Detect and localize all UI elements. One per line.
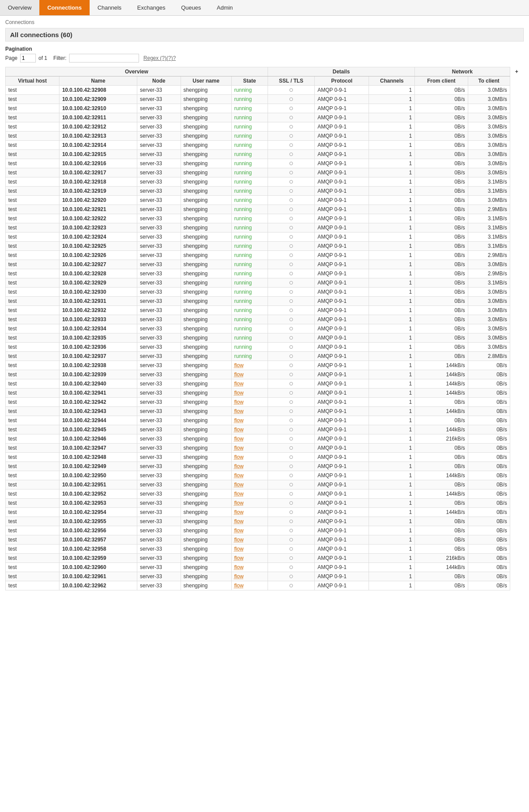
cell-name[interactable]: 10.0.100.42:32940 [59,379,137,389]
cell-name[interactable]: 10.0.100.42:32932 [59,306,137,315]
table-row[interactable]: test 10.0.100.42:32926 server-33 shengpi… [6,251,524,260]
table-row[interactable]: test 10.0.100.42:32925 server-33 shengpi… [6,242,524,251]
table-row[interactable]: test 10.0.100.42:32948 server-33 shengpi… [6,453,524,462]
cell-name[interactable]: 10.0.100.42:32923 [59,223,137,232]
cell-name[interactable]: 10.0.100.42:32943 [59,407,137,416]
table-row[interactable]: test 10.0.100.42:32914 server-33 shengpi… [6,141,524,150]
cell-name[interactable]: 10.0.100.42:32954 [59,508,137,517]
cell-name[interactable]: 10.0.100.42:32944 [59,416,137,425]
table-row[interactable]: test 10.0.100.42:32942 server-33 shengpi… [6,398,524,407]
table-row[interactable]: test 10.0.100.42:32959 server-33 shengpi… [6,554,524,563]
cell-name[interactable]: 10.0.100.42:32909 [59,95,137,104]
cell-name[interactable]: 10.0.100.42:32928 [59,269,137,278]
table-row[interactable]: test 10.0.100.42:32946 server-33 shengpi… [6,434,524,444]
cell-name[interactable]: 10.0.100.42:32961 [59,572,137,581]
table-row[interactable]: test 10.0.100.42:32918 server-33 shengpi… [6,177,524,187]
regex-toggle[interactable]: Regex (?)(?)? [143,55,176,61]
table-row[interactable]: test 10.0.100.42:32922 server-33 shengpi… [6,214,524,223]
table-row[interactable]: test 10.0.100.42:32931 server-33 shengpi… [6,297,524,306]
table-row[interactable]: test 10.0.100.42:32933 server-33 shengpi… [6,315,524,324]
cell-name[interactable]: 10.0.100.42:32955 [59,517,137,526]
table-row[interactable]: test 10.0.100.42:32920 server-33 shengpi… [6,196,524,205]
cell-name[interactable]: 10.0.100.42:32952 [59,489,137,499]
table-row[interactable]: test 10.0.100.42:32924 server-33 shengpi… [6,232,524,242]
table-row[interactable]: test 10.0.100.42:32937 server-33 shengpi… [6,352,524,361]
cell-name[interactable]: 10.0.100.42:32951 [59,480,137,489]
table-row[interactable]: test 10.0.100.42:32940 server-33 shengpi… [6,379,524,389]
cell-name[interactable]: 10.0.100.42:32935 [59,333,137,343]
table-row[interactable]: test 10.0.100.42:32954 server-33 shengpi… [6,508,524,517]
table-row[interactable]: test 10.0.100.42:32939 server-33 shengpi… [6,370,524,379]
cell-name[interactable]: 10.0.100.42:32926 [59,251,137,260]
table-row[interactable]: test 10.0.100.42:32961 server-33 shengpi… [6,572,524,581]
cell-name[interactable]: 10.0.100.42:32945 [59,425,137,434]
table-row[interactable]: test 10.0.100.42:32934 server-33 shengpi… [6,324,524,333]
table-row[interactable]: test 10.0.100.42:32919 server-33 shengpi… [6,187,524,196]
table-row[interactable]: test 10.0.100.42:32909 server-33 shengpi… [6,95,524,104]
nav-item-channels[interactable]: Channels [90,0,129,15]
table-row[interactable]: test 10.0.100.42:32936 server-33 shengpi… [6,343,524,352]
table-row[interactable]: test 10.0.100.42:32955 server-33 shengpi… [6,517,524,526]
cell-name[interactable]: 10.0.100.42:32946 [59,434,137,444]
cell-name[interactable]: 10.0.100.42:32957 [59,535,137,545]
add-col-header[interactable]: + [510,67,523,76]
table-row[interactable]: test 10.0.100.42:32950 server-33 shengpi… [6,471,524,480]
table-row[interactable]: test 10.0.100.42:32935 server-33 shengpi… [6,333,524,343]
table-row[interactable]: test 10.0.100.42:32949 server-33 shengpi… [6,462,524,471]
table-row[interactable]: test 10.0.100.42:32945 server-33 shengpi… [6,425,524,434]
cell-name[interactable]: 10.0.100.42:32958 [59,545,137,554]
table-row[interactable]: test 10.0.100.42:32928 server-33 shengpi… [6,269,524,278]
table-row[interactable]: test 10.0.100.42:32962 server-33 shengpi… [6,581,524,590]
cell-name[interactable]: 10.0.100.42:32908 [59,86,137,95]
table-row[interactable]: test 10.0.100.42:32910 server-33 shengpi… [6,104,524,113]
cell-name[interactable]: 10.0.100.42:32960 [59,563,137,572]
table-row[interactable]: test 10.0.100.42:32908 server-33 shengpi… [6,86,524,95]
cell-name[interactable]: 10.0.100.42:32936 [59,343,137,352]
cell-name[interactable]: 10.0.100.42:32953 [59,499,137,508]
cell-name[interactable]: 10.0.100.42:32912 [59,122,137,132]
table-row[interactable]: test 10.0.100.42:32952 server-33 shengpi… [6,489,524,499]
cell-name[interactable]: 10.0.100.42:32934 [59,324,137,333]
table-row[interactable]: test 10.0.100.42:32943 server-33 shengpi… [6,407,524,416]
table-row[interactable]: test 10.0.100.42:32916 server-33 shengpi… [6,159,524,168]
table-row[interactable]: test 10.0.100.42:32938 server-33 shengpi… [6,361,524,370]
cell-name[interactable]: 10.0.100.42:32917 [59,168,137,177]
cell-name[interactable]: 10.0.100.42:32959 [59,554,137,563]
cell-name[interactable]: 10.0.100.42:32914 [59,141,137,150]
cell-name[interactable]: 10.0.100.42:32922 [59,214,137,223]
table-row[interactable]: test 10.0.100.42:32956 server-33 shengpi… [6,526,524,535]
table-row[interactable]: test 10.0.100.42:32941 server-33 shengpi… [6,389,524,398]
nav-item-connections[interactable]: Connections [39,0,90,15]
cell-name[interactable]: 10.0.100.42:32949 [59,462,137,471]
filter-input[interactable] [69,54,139,62]
table-row[interactable]: test 10.0.100.42:32958 server-33 shengpi… [6,545,524,554]
cell-name[interactable]: 10.0.100.42:32942 [59,398,137,407]
cell-name[interactable]: 10.0.100.42:32931 [59,297,137,306]
table-row[interactable]: test 10.0.100.42:32927 server-33 shengpi… [6,260,524,269]
table-row[interactable]: test 10.0.100.42:32953 server-33 shengpi… [6,499,524,508]
cell-name[interactable]: 10.0.100.42:32921 [59,205,137,214]
cell-name[interactable]: 10.0.100.42:32920 [59,196,137,205]
cell-name[interactable]: 10.0.100.42:32950 [59,471,137,480]
cell-name[interactable]: 10.0.100.42:32962 [59,581,137,590]
cell-name[interactable]: 10.0.100.42:32930 [59,288,137,297]
cell-name[interactable]: 10.0.100.42:32927 [59,260,137,269]
cell-name[interactable]: 10.0.100.42:32915 [59,150,137,159]
table-row[interactable]: test 10.0.100.42:32911 server-33 shengpi… [6,113,524,122]
cell-name[interactable]: 10.0.100.42:32956 [59,526,137,535]
nav-item-admin[interactable]: Admin [209,0,241,15]
cell-name[interactable]: 10.0.100.42:32918 [59,177,137,187]
table-row[interactable]: test 10.0.100.42:32944 server-33 shengpi… [6,416,524,425]
cell-name[interactable]: 10.0.100.42:32933 [59,315,137,324]
table-row[interactable]: test 10.0.100.42:32951 server-33 shengpi… [6,480,524,489]
table-row[interactable]: test 10.0.100.42:32960 server-33 shengpi… [6,563,524,572]
cell-name[interactable]: 10.0.100.42:32929 [59,278,137,288]
table-row[interactable]: test 10.0.100.42:32912 server-33 shengpi… [6,122,524,132]
cell-name[interactable]: 10.0.100.42:32913 [59,132,137,141]
cell-name[interactable]: 10.0.100.42:32919 [59,187,137,196]
nav-item-exchanges[interactable]: Exchanges [129,0,173,15]
cell-name[interactable]: 10.0.100.42:32911 [59,113,137,122]
table-row[interactable]: test 10.0.100.42:32915 server-33 shengpi… [6,150,524,159]
page-input[interactable] [20,54,36,62]
table-row[interactable]: test 10.0.100.42:32932 server-33 shengpi… [6,306,524,315]
